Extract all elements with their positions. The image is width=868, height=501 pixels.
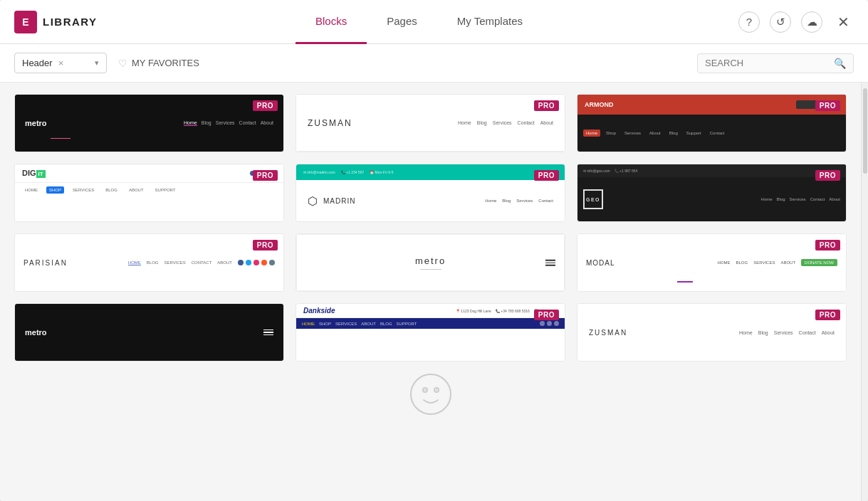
card-preview: PRO ZUSMAN Home Blog Services Contact Ab… <box>577 304 846 361</box>
modal-header: E LIBRARY Blocks Pages My Templates ? ↺ <box>0 0 868 44</box>
main-content: PRO metro Home Blog Services Contact Abo… <box>0 83 868 501</box>
card-preview: PRO ZUSMAN Home Blog Services Contact Ab… <box>296 95 565 152</box>
templates-grid: PRO metro Home Blog Services Contact Abo… <box>14 94 847 362</box>
preview-nav: HOME BLOG SERVICES CONTACT ABOUT <box>128 260 232 265</box>
preview-visual: PARISIAN HOME BLOG SERVICES CONTACT ABOU… <box>15 234 283 291</box>
pro-badge: PRO <box>534 170 559 181</box>
card-preview: PRO ARMOND Home Shop Services About <box>577 95 846 152</box>
smiley-icon <box>409 373 452 416</box>
svg-point-0 <box>411 374 451 414</box>
template-card-digit[interactable]: PRO DIG IT <box>14 164 284 222</box>
chevron-down-icon: ▾ <box>95 58 99 68</box>
template-card-metro-dark-2[interactable]: metro <box>14 303 284 362</box>
favorites-label: MY FAVORITES <box>132 58 199 68</box>
save-icon: ☁ <box>807 16 817 28</box>
help-button[interactable]: ? <box>738 11 760 33</box>
preview-logo: PARISIAN <box>23 259 68 267</box>
svg-point-4 <box>436 389 437 391</box>
card-preview: metro <box>15 304 283 361</box>
pro-badge: PRO <box>815 240 840 250</box>
favorites-button[interactable]: ♡ MY FAVORITES <box>118 58 199 69</box>
templates-grid-area: PRO metro Home Blog Services Contact Abo… <box>0 83 861 501</box>
svg-point-3 <box>424 389 426 391</box>
preview-nav: HOME BLOG SERVICES ABOUT DONATE NOW <box>718 259 837 266</box>
template-card-zusman-2[interactable]: PRO ZUSMAN Home Blog Services Contact Ab… <box>577 303 847 362</box>
template-card-metro-center[interactable]: metro <box>296 233 565 292</box>
header-actions: ? ↺ ☁ ✕ <box>724 11 868 33</box>
preview-nav: Home Blog Services Contact About <box>739 330 835 335</box>
template-card-geo[interactable]: PRO ✉ info@geo.com 📞 +1 987 654 GEO <box>577 164 847 222</box>
tab-pages[interactable]: Pages <box>367 0 437 44</box>
preview-visual: ZUSMAN Home Blog Services Contact About <box>296 95 565 152</box>
smiley-area <box>14 362 847 421</box>
card-preview: PRO DIG IT <box>15 164 283 221</box>
pro-badge: PRO <box>253 100 278 111</box>
preview-visual: DIG IT HO <box>15 164 283 221</box>
card-preview: metro <box>296 234 565 291</box>
dropdown-value: Header <box>22 58 53 68</box>
preview-visual: metro Home Blog Services Contact About <box>15 95 283 152</box>
preview-logo: ZUSMAN <box>308 118 352 128</box>
preview-visual: metro <box>296 234 565 291</box>
preview-logo: metro <box>25 119 47 127</box>
preview-nav: Home Blog Services Contact About <box>184 120 273 126</box>
scrollbar-track[interactable] <box>861 83 868 501</box>
template-card-armond[interactable]: PRO ARMOND Home Shop Services About <box>577 94 847 152</box>
preview-visual: ARMOND Home Shop Services About Blog Sup… <box>577 95 846 152</box>
template-card-madrin[interactable]: PRO ✉ info@madrin.com 📞 +1 234 567 ⏰ Mon… <box>296 164 565 222</box>
preview-visual: MODAL HOME BLOG SERVICES ABOUT DONATE NO… <box>577 234 846 291</box>
save-button[interactable]: ☁ <box>801 11 822 33</box>
preview-visual: ✉ info@madrin.com 📞 +1 234 567 ⏰ Mon-Fri… <box>296 164 565 221</box>
tab-my-templates[interactable]: My Templates <box>437 0 543 44</box>
heart-icon: ♡ <box>118 58 127 69</box>
template-card-parisian[interactable]: PRO PARISIAN HOME BLOG SERVICES CONTACT … <box>14 233 284 292</box>
tabs-container: Blocks Pages My Templates <box>114 0 724 44</box>
pro-badge: PRO <box>534 100 559 111</box>
close-icon: ✕ <box>837 14 849 31</box>
elementor-logo-icon: E <box>14 11 37 33</box>
template-card-metro-dark-1[interactable]: PRO metro Home Blog Services Contact Abo… <box>14 94 284 152</box>
toolbar: Header × ▾ ♡ MY FAVORITES 🔍 <box>0 44 868 83</box>
tab-blocks[interactable]: Blocks <box>296 0 367 44</box>
card-preview: PRO MODAL HOME BLOG SERVICES ABOUT DONAT… <box>577 234 846 291</box>
template-card-dankside[interactable]: PRO Dankside 📍 1123 Dog Hill Lane 📞 +34 … <box>296 303 565 362</box>
close-button[interactable]: ✕ <box>832 11 854 33</box>
pro-badge: PRO <box>534 310 559 320</box>
dropdown-clear-button[interactable]: × <box>58 58 64 68</box>
search-area: 🔍 <box>697 53 854 73</box>
pro-badge: PRO <box>815 310 840 320</box>
preview-visual: Dankside 📍 1123 Dog Hill Lane 📞 +34 783 … <box>296 304 565 361</box>
pro-badge: PRO <box>815 100 840 111</box>
refresh-icon: ↺ <box>776 16 785 28</box>
pro-badge: PRO <box>815 170 840 181</box>
card-preview: PRO metro Home Blog Services Contact Abo… <box>15 95 283 152</box>
category-dropdown[interactable]: Header × ▾ <box>14 53 107 73</box>
scrollbar-thumb[interactable] <box>863 88 867 174</box>
preview-visual: metro <box>15 304 283 361</box>
card-preview: PRO PARISIAN HOME BLOG SERVICES CONTACT … <box>15 234 283 291</box>
template-card-modal[interactable]: PRO MODAL HOME BLOG SERVICES ABOUT DONAT… <box>577 233 847 292</box>
refresh-button[interactable]: ↺ <box>770 11 791 33</box>
library-modal: E LIBRARY Blocks Pages My Templates ? ↺ <box>0 0 868 501</box>
pro-badge: PRO <box>253 170 278 181</box>
card-preview: PRO ✉ info@madrin.com 📞 +1 234 567 ⏰ Mon… <box>296 164 565 221</box>
search-icon: 🔍 <box>834 58 846 69</box>
template-card-zusman-1[interactable]: PRO ZUSMAN Home Blog Services Contact Ab… <box>296 94 565 152</box>
preview-nav: Home Blog Services Contact About <box>458 120 553 125</box>
pro-badge: PRO <box>253 240 278 250</box>
logo-area: E LIBRARY <box>0 11 114 33</box>
card-preview: PRO Dankside 📍 1123 Dog Hill Lane 📞 +34 … <box>296 304 565 361</box>
preview-visual: ZUSMAN Home Blog Services Contact About <box>577 304 846 361</box>
help-icon: ? <box>746 16 752 28</box>
card-preview: PRO ✉ info@geo.com 📞 +1 987 654 GEO <box>577 164 846 221</box>
library-title: LIBRARY <box>43 16 98 28</box>
search-input[interactable] <box>705 58 830 68</box>
preview-visual: ✉ info@geo.com 📞 +1 987 654 GEO Home <box>577 164 846 221</box>
